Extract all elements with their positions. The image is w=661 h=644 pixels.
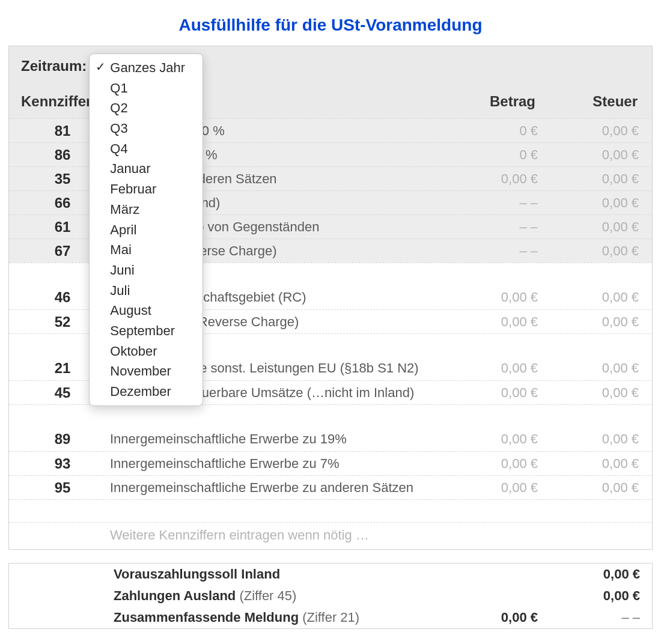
cell-description: Innergemeinschaftliche Erwerbe zu 7%	[108, 456, 442, 472]
cell-steuer: 0,00 €	[538, 456, 640, 472]
zeitraum-option[interactable]: Mai	[90, 240, 203, 260]
cell-betrag: – –	[442, 195, 538, 211]
table-row: 93Innergemeinschaftliche Erwerbe zu 7%0,…	[9, 451, 652, 475]
cell-betrag: 0,00 €	[442, 360, 538, 376]
cell-steuer: 0,00 €	[538, 147, 640, 163]
cell-steuer: 0,00 €	[538, 360, 640, 376]
cell-steuer: 0,00 €	[538, 314, 640, 330]
cell-description: Innergemeinschaftliche Erwerbe zu andere…	[108, 480, 442, 496]
zeitraum-option[interactable]: April	[90, 220, 203, 240]
summary-col3: 0,00 €	[442, 610, 538, 625]
zeitraum-option[interactable]: November	[90, 361, 203, 381]
footnote: Weitere Kennziffern eintragen wenn nötig…	[9, 522, 652, 549]
cell-steuer: 0,00 €	[538, 385, 640, 401]
cell-steuer: 0,00 €	[538, 431, 640, 447]
cell-kennziffer: 93	[17, 455, 108, 472]
cell-steuer: 0,00 €	[538, 195, 640, 211]
main-panel: Zeitraum: ⌄ Ganzes JahrQ1Q2Q3Q4JanuarFeb…	[8, 46, 653, 550]
panel-header: Zeitraum: ⌄ Ganzes JahrQ1Q2Q3Q4JanuarFeb…	[9, 46, 652, 118]
summary-col4: 0,00 €	[538, 567, 640, 582]
cell-betrag: – –	[442, 219, 538, 235]
page-title: Ausfüllhilfe für die USt-Voranmeldung	[8, 16, 653, 35]
cell-betrag: 0,00 €	[442, 431, 538, 447]
cell-betrag: 0,00 €	[442, 480, 538, 496]
summary-col4: 0,00 €	[538, 588, 640, 604]
cell-betrag: 0,00 €	[442, 314, 538, 330]
zeitraum-option[interactable]: Juni	[90, 260, 203, 281]
cell-betrag: 0 €	[442, 123, 538, 139]
cell-betrag: 0,00 €	[442, 290, 538, 305]
table-row: 89Innergemeinschaftliche Erwerbe zu 19%0…	[9, 427, 652, 451]
cell-betrag: 0,00 €	[442, 171, 538, 187]
summary-row: Vorauszahlungssoll Inland0,00 €	[9, 564, 652, 585]
cell-steuer: 0,00 €	[538, 290, 640, 305]
cell-steuer: 0,00 €	[538, 480, 640, 496]
table-row: 95Innergemeinschaftliche Erwerbe zu ande…	[9, 475, 652, 499]
cell-betrag: 0,00 €	[442, 456, 538, 472]
zeitraum-option[interactable]: Februar	[90, 179, 203, 199]
summary-label: Vorauszahlungssoll Inland	[114, 567, 442, 582]
zeitraum-label: Zeitraum:	[21, 58, 87, 74]
zeitraum-option[interactable]: Q2	[90, 98, 203, 118]
cell-betrag: – –	[442, 243, 538, 259]
summary-panel: Vorauszahlungssoll Inland0,00 €Zahlungen…	[8, 563, 653, 629]
zeitraum-option[interactable]: September	[90, 321, 203, 341]
zeitraum-option[interactable]: Ganzes Jahr	[90, 58, 203, 78]
header-steuer: Steuer	[538, 93, 640, 110]
zeitraum-dropdown: Ganzes JahrQ1Q2Q3Q4JanuarFebruarMärzApri…	[89, 53, 203, 406]
zeitraum-option[interactable]: März	[90, 199, 203, 220]
zeitraum-option[interactable]: Q3	[90, 118, 203, 139]
zeitraum-option[interactable]: Juli	[90, 281, 203, 301]
cell-steuer: 0,00 €	[538, 219, 640, 235]
cell-steuer: 0,00 €	[538, 123, 640, 139]
cell-betrag: 0 €	[442, 147, 538, 163]
zeitraum-option[interactable]: Q4	[90, 139, 203, 159]
cell-kennziffer: 95	[17, 479, 108, 496]
summary-label: Zahlungen Ausland (Ziffer 45)	[114, 588, 442, 604]
cell-steuer: 0,00 €	[538, 171, 640, 187]
zeitraum-option[interactable]: August	[90, 300, 203, 321]
summary-col4: – –	[538, 610, 640, 625]
zeitraum-option[interactable]: Dezember	[90, 381, 203, 402]
summary-label: Zusammenfassende Meldung (Ziffer 21)	[114, 610, 442, 625]
summary-row: Zusammenfassende Meldung (Ziffer 21)0,00…	[9, 607, 652, 628]
zeitraum-option[interactable]: Januar	[90, 159, 203, 179]
cell-betrag: 0,00 €	[442, 385, 538, 401]
cell-description: Innergemeinschaftliche Erwerbe zu 19%	[108, 431, 442, 447]
header-betrag: Betrag	[442, 93, 538, 110]
summary-row: Zahlungen Ausland (Ziffer 45)0,00 €	[9, 585, 652, 607]
zeitraum-option[interactable]: Oktober	[90, 341, 203, 362]
cell-steuer: 0,00 €	[538, 243, 640, 259]
cell-kennziffer: 89	[17, 431, 108, 448]
zeitraum-option[interactable]: Q1	[90, 78, 203, 99]
